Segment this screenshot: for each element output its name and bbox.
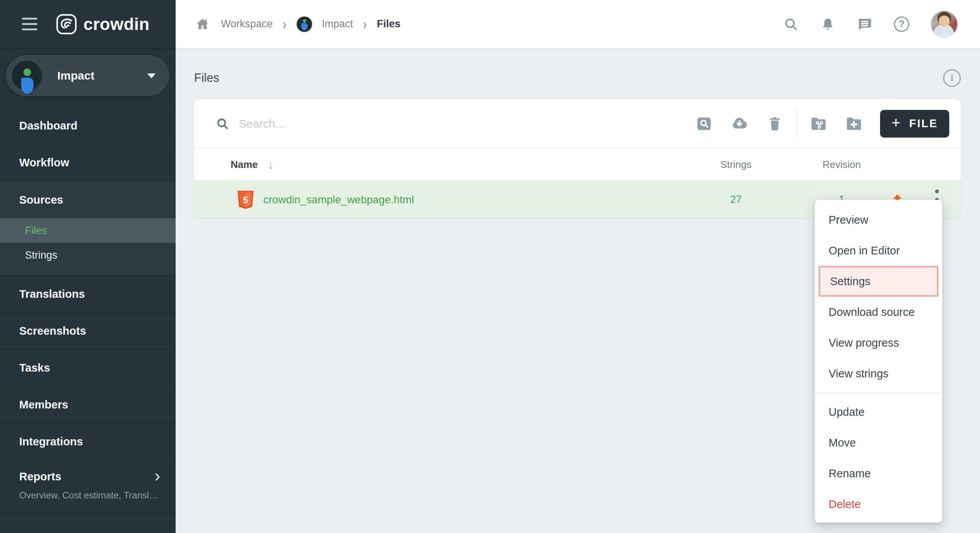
column-header-revision: Revision [809, 159, 874, 171]
sidebar-item-strings[interactable]: Strings [0, 243, 176, 267]
file-strings-count: 27 [705, 181, 767, 218]
column-header-strings: Strings [705, 159, 767, 171]
sidebar-item-integrations[interactable]: Integrations [0, 423, 176, 460]
crowdin-logo[interactable]: crowdin [56, 13, 149, 35]
sidebar-group-sources: Sources Files Strings [0, 181, 176, 275]
sidebar-item-reports[interactable]: Reports › Overview, Cost estimate, Trans… [0, 460, 176, 513]
sidebar-item-workflow[interactable]: Workflow [0, 144, 176, 181]
file-context-menu: Preview Open in Editor Settings Download… [815, 200, 942, 523]
avatar-blue-drop [21, 78, 33, 94]
menu-item-rename[interactable]: Rename [815, 458, 942, 489]
plus-icon: + [891, 114, 901, 131]
search-icon[interactable] [782, 16, 799, 33]
chevron-right-icon: › [363, 16, 367, 32]
sidebar-nav: Dashboard Workflow Sources Files Strings… [0, 107, 176, 513]
hamburger-bar [22, 28, 37, 30]
breadcrumb-project-avatar [297, 17, 312, 32]
menu-item-view-progress[interactable]: View progress [815, 327, 942, 358]
svg-text:5: 5 [243, 195, 248, 205]
toolbar-actions: + FILE [686, 110, 949, 138]
sidebar-header: crowdin [0, 0, 176, 49]
info-icon[interactable]: i [943, 69, 961, 87]
crowdin-app-window: crowdin Impact Dashboard Workflow Source… [0, 0, 980, 533]
add-file-button-label: FILE [909, 117, 938, 130]
hamburger-bar [22, 23, 37, 25]
breadcrumb: Workspace › Impact › Files [194, 16, 782, 33]
sidebar-item-sources[interactable]: Sources [0, 181, 176, 218]
hamburger-bar [22, 18, 37, 20]
column-name-label: Name [231, 159, 258, 171]
sidebar-item-translations[interactable]: Translations [0, 275, 176, 312]
menu-item-view-strings[interactable]: View strings [815, 358, 942, 389]
notifications-bell-icon[interactable] [819, 16, 836, 33]
page-header: Files i [194, 65, 961, 91]
help-question-glyph: ? [894, 17, 909, 32]
menu-item-download-source[interactable]: Download source [815, 297, 942, 327]
reports-label: Reports [19, 470, 61, 483]
add-file-button[interactable]: + FILE [880, 110, 949, 138]
breadcrumb-workspace[interactable]: Workspace [221, 18, 273, 30]
avatar-green-dot [23, 68, 31, 76]
sidebar-item-files[interactable]: Files [0, 218, 176, 243]
sidebar-item-dashboard[interactable]: Dashboard [0, 107, 176, 144]
menu-item-open-in-editor[interactable]: Open in Editor [815, 235, 942, 266]
sort-descending-icon: ↓ [268, 158, 274, 171]
crowdin-logo-icon [56, 13, 77, 35]
kebab-dot [935, 189, 939, 193]
avatar-blue-drop [301, 23, 307, 30]
column-header-name[interactable]: Name ↓ [231, 158, 274, 171]
user-avatar[interactable] [930, 10, 958, 38]
chevron-right-icon: › [283, 16, 287, 32]
menu-item-preview[interactable]: Preview [815, 204, 942, 235]
menu-item-move[interactable]: Move [815, 427, 942, 458]
reports-subtitle: Overview, Cost estimate, Transl… [19, 490, 160, 501]
menu-item-delete[interactable]: Delete [815, 489, 942, 520]
sidebar-item-members[interactable]: Members [0, 386, 176, 423]
search-box [216, 117, 686, 131]
project-avatar [12, 61, 42, 91]
topbar-actions: ? [782, 10, 958, 38]
files-toolbar: + FILE [194, 99, 961, 148]
breadcrumb-project[interactable]: Impact [322, 18, 353, 30]
search-icon [216, 117, 229, 131]
help-icon[interactable]: ? [893, 16, 910, 33]
add-folder-icon[interactable] [836, 110, 872, 137]
html5-file-icon: 5 [237, 190, 254, 209]
download-cloud-icon[interactable] [722, 110, 757, 137]
chevron-right-icon: › [154, 470, 160, 481]
add-branch-icon[interactable] [801, 110, 836, 137]
messages-chat-icon[interactable] [856, 16, 873, 33]
reports-row: Reports › [19, 470, 160, 483]
sidebar-item-tasks[interactable]: Tasks [0, 349, 176, 386]
avatar-green-dot [303, 19, 306, 23]
topbar: Workspace › Impact › Files [176, 0, 980, 49]
menu-divider [815, 393, 942, 394]
delete-trash-icon[interactable] [757, 110, 792, 137]
sidebar: crowdin Impact Dashboard Workflow Source… [0, 0, 176, 533]
breadcrumb-current: Files [377, 18, 401, 30]
table-header: Name ↓ Strings Revision [194, 148, 961, 181]
preview-translation-icon[interactable] [686, 110, 722, 137]
sidebar-item-screenshots[interactable]: Screenshots [0, 312, 176, 349]
home-icon[interactable] [194, 16, 211, 33]
brand-name: crowdin [83, 15, 149, 34]
project-switcher[interactable]: Impact [6, 55, 169, 96]
chevron-down-icon [147, 73, 156, 78]
search-input[interactable] [239, 117, 508, 130]
page-title: Files [194, 71, 219, 85]
menu-item-settings[interactable]: Settings [819, 266, 938, 297]
file-name-cell[interactable]: 5 crowdin_sample_webpage.html [237, 181, 414, 218]
hamburger-menu-icon[interactable] [22, 18, 37, 30]
file-name: crowdin_sample_webpage.html [263, 194, 414, 206]
toolbar-divider [796, 110, 797, 138]
project-name: Impact [57, 69, 147, 82]
menu-item-update[interactable]: Update [815, 397, 942, 427]
